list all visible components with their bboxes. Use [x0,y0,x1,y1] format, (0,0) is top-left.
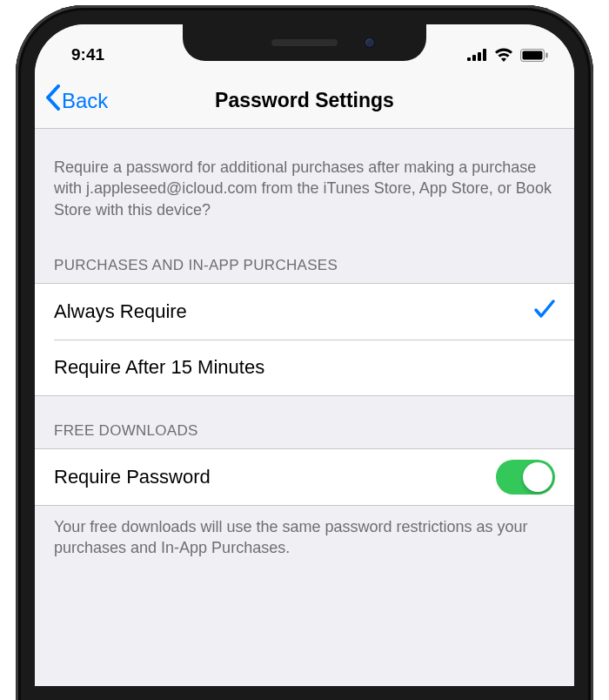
back-button[interactable]: Back [45,86,108,115]
svg-rect-3 [483,49,486,61]
wifi-icon [494,48,513,62]
option-always-require[interactable]: Always Require [35,284,574,340]
svg-rect-0 [467,57,471,61]
navigation-bar: Back Password Settings [35,73,574,129]
svg-rect-1 [472,55,476,61]
checkmark-icon [534,298,555,325]
status-right [467,48,548,62]
require-password-row: Require Password [35,449,574,505]
option-label: Always Require [54,300,187,323]
require-password-toggle[interactable] [496,460,555,495]
toggle-label: Require Password [54,466,211,488]
option-require-after-15-minutes[interactable]: Require After 15 Minutes [35,340,574,395]
svg-rect-5 [523,50,543,59]
content-area: Require a password for additional purcha… [35,129,574,575]
purchases-option-list: Always Require Require After 15 Minutes [35,283,574,396]
screen: 9:41 Back Password Settings [35,24,574,686]
intro-description: Require a password for additional purcha… [35,129,574,231]
toggle-knob [523,462,552,492]
free-downloads-footer: Your free downloads will use the same pa… [35,506,574,576]
free-downloads-section-header: FREE DOWNLOADS [35,396,574,448]
phone-frame: 9:41 Back Password Settings [16,5,593,700]
speaker-grille [271,39,338,46]
cellular-signal-icon [467,49,487,61]
free-downloads-list: Require Password [35,448,574,506]
purchases-section-header: PURCHASES AND IN-APP PURCHASES [35,231,574,283]
status-time: 9:41 [71,45,104,64]
svg-rect-6 [546,52,548,57]
chevron-left-icon [45,84,60,115]
notch [183,24,426,61]
front-camera [364,37,376,49]
page-title: Password Settings [215,89,394,112]
option-label: Require After 15 Minutes [54,356,264,379]
svg-rect-2 [478,52,481,61]
battery-icon [520,49,548,62]
back-label: Back [62,89,108,113]
